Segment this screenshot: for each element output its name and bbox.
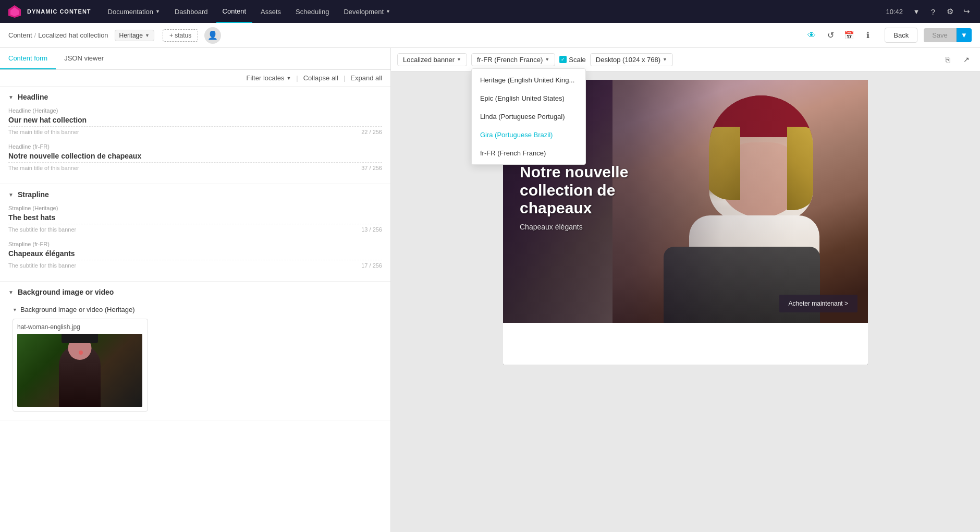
- tab-json-viewer[interactable]: JSON viewer: [56, 48, 112, 69]
- status-button[interactable]: + status: [163, 29, 198, 42]
- preview-toolbar: Localized banner ▼ fr-FR (French France)…: [391, 48, 980, 71]
- char-count: 13 / 256: [361, 226, 382, 233]
- tab-content-form[interactable]: Content form: [0, 48, 56, 69]
- subsection-chevron-icon: ▼: [13, 307, 17, 312]
- nav-item-assets[interactable]: Assets: [254, 0, 287, 23]
- locale-preview-selector[interactable]: fr-FR (French France) ▼: [471, 53, 555, 66]
- nav-item-scheduling[interactable]: Scheduling: [289, 0, 335, 23]
- device-selector[interactable]: Desktop (1024 x 768) ▼: [590, 53, 673, 66]
- field-hint: The main title of this banner: [8, 129, 79, 135]
- field-divider: [8, 126, 382, 127]
- field-hint: The subtitle for this banner: [8, 226, 76, 233]
- banner-dropdown-wrapper: Localized banner ▼: [397, 53, 467, 66]
- field-label: Strapline (fr-FR): [8, 241, 382, 247]
- nav-time: 10:42: [886, 8, 903, 16]
- nav-user-icon[interactable]: ↪: [959, 4, 974, 19]
- locale-selector[interactable]: Heritage ▼: [115, 30, 154, 41]
- collapse-all-button[interactable]: Collapse all: [303, 74, 338, 82]
- expand-all-button[interactable]: Expand all: [350, 74, 382, 82]
- field-divider: [8, 260, 382, 260]
- locale-option-linda[interactable]: Linda (Portuguese Portugal): [472, 107, 585, 126]
- breadcrumb-collection[interactable]: Localized hat collection: [38, 31, 108, 39]
- banner-text-content: Notre nouvellecollection de chapeaux Cha…: [520, 163, 687, 231]
- section-strapline-header[interactable]: ▼ Strapline: [0, 184, 390, 205]
- form-content: ▼ Headline Headline (Heritage) Our new h…: [0, 87, 390, 532]
- field-value: Chapeaux élégants: [8, 249, 382, 258]
- field-footer: The subtitle for this banner 13 / 256: [8, 226, 382, 233]
- preview-open-icon[interactable]: ↗: [959, 52, 974, 67]
- save-group: Save ▼: [924, 28, 972, 42]
- avatar-button[interactable]: 👤: [204, 27, 221, 44]
- field-footer: The main title of this banner 37 / 256: [8, 165, 382, 171]
- field-value: Our new hat collection: [8, 116, 382, 124]
- field-hint: The subtitle for this banner: [8, 262, 76, 269]
- nav-item-dashboard[interactable]: Dashboard: [168, 0, 214, 23]
- history-icon[interactable]: ↺: [822, 27, 839, 44]
- field-label: Headline (Heritage): [8, 107, 382, 114]
- field-divider: [8, 162, 382, 163]
- field-label: Headline (fr-FR): [8, 143, 382, 150]
- section-background-header[interactable]: ▼ Background image or video: [0, 282, 390, 303]
- calendar-icon[interactable]: 📅: [841, 27, 858, 44]
- filter-bar: Filter locales ▼ | Collapse all | Expand…: [0, 70, 390, 87]
- chevron-down-icon: ▼: [155, 9, 160, 14]
- field-divider: [8, 224, 382, 224]
- sec-nav-icons: 👁 ↺ 📅 ℹ: [803, 27, 876, 44]
- char-count: 37 / 256: [361, 165, 382, 171]
- brand-logo-icon: [6, 3, 23, 20]
- save-dropdown-button[interactable]: ▼: [956, 28, 972, 42]
- section-chevron-icon: ▼: [8, 94, 14, 100]
- nav-help-icon[interactable]: ?: [926, 4, 940, 19]
- banner-selector[interactable]: Localized banner ▼: [397, 53, 467, 66]
- chevron-down-icon: ▼: [145, 33, 150, 38]
- section-strapline: ▼ Strapline Strapline (Heritage) The bes…: [0, 184, 390, 282]
- field-label: Strapline (Heritage): [8, 205, 382, 211]
- banner-title: Notre nouvellecollection de chapeaux: [520, 163, 687, 217]
- banner-cta-button[interactable]: Acheter maintenant >: [779, 295, 858, 312]
- section-headline-body: Headline (Heritage) Our new hat collecti…: [0, 107, 390, 184]
- locale-option-frfr[interactable]: fr-FR (French France): [472, 144, 585, 162]
- nav-expand-icon[interactable]: ▼: [909, 4, 924, 19]
- nav-item-development[interactable]: Development ▼: [337, 0, 397, 23]
- image-card: hat-woman-english.jpg: [13, 319, 148, 412]
- section-background-body: ▼ Background image or video (Heritage) h…: [0, 303, 390, 420]
- chevron-down-icon: ▼: [286, 76, 291, 81]
- preview-copy-icon[interactable]: ⎘: [940, 52, 955, 67]
- scale-label: Scale: [569, 56, 586, 64]
- nav-item-content[interactable]: Content: [216, 0, 253, 23]
- secondary-nav: Content / Localized hat collection Herit…: [0, 23, 980, 48]
- avatar-icon: 👤: [207, 30, 218, 40]
- field-value: Notre nouvelle collection de chapeaux: [8, 152, 382, 160]
- section-headline-header[interactable]: ▼ Headline: [0, 87, 390, 107]
- preview-eye-icon[interactable]: 👁: [803, 27, 820, 44]
- locale-option-gira[interactable]: Gira (Portuguese Brazil): [472, 126, 585, 144]
- locale-label: Heritage: [119, 32, 143, 39]
- scale-toggle[interactable]: ✓ Scale: [559, 56, 586, 64]
- section-strapline-body: Strapline (Heritage) The best hats The s…: [0, 205, 390, 281]
- nav-settings-icon[interactable]: ⚙: [942, 4, 957, 19]
- image-preview: [17, 334, 142, 407]
- info-icon[interactable]: ℹ: [860, 27, 876, 44]
- chevron-down-icon: ▼: [386, 9, 390, 14]
- brand: DYNAMIC CONTENT: [6, 3, 91, 20]
- breadcrumb-content[interactable]: Content: [8, 31, 32, 39]
- chevron-down-icon: ▼: [663, 57, 667, 62]
- filter-locales-button[interactable]: Filter locales ▼: [246, 74, 291, 82]
- left-panel: Content form JSON viewer Filter locales …: [0, 48, 391, 532]
- locale-option-epic[interactable]: Epic (English United States): [472, 89, 585, 107]
- filter-separator: |: [296, 74, 298, 82]
- image-file-name: hat-woman-english.jpg: [17, 323, 143, 331]
- locale-option-heritage[interactable]: Heritage (English United King...: [472, 71, 585, 89]
- back-button[interactable]: Back: [885, 28, 917, 43]
- brand-name: DYNAMIC CONTENT: [27, 8, 91, 15]
- field-headline-frfr: Headline (fr-FR) Notre nouvelle collecti…: [8, 143, 382, 171]
- nav-item-documentation[interactable]: Documentation ▼: [102, 0, 166, 23]
- field-strapline-frfr: Strapline (fr-FR) Chapeaux élégants The …: [8, 241, 382, 269]
- locale-dropdown-wrapper: fr-FR (French France) ▼ Heritage (Englis…: [471, 53, 555, 66]
- field-strapline-heritage: Strapline (Heritage) The best hats The s…: [8, 205, 382, 233]
- scale-checkbox[interactable]: ✓: [559, 56, 567, 63]
- subsection-background-heritage: ▼ Background image or video (Heritage) h…: [13, 303, 382, 412]
- save-button[interactable]: Save: [924, 28, 956, 42]
- chevron-down-icon: ▼: [457, 57, 461, 62]
- subsection-header[interactable]: ▼ Background image or video (Heritage): [13, 303, 382, 317]
